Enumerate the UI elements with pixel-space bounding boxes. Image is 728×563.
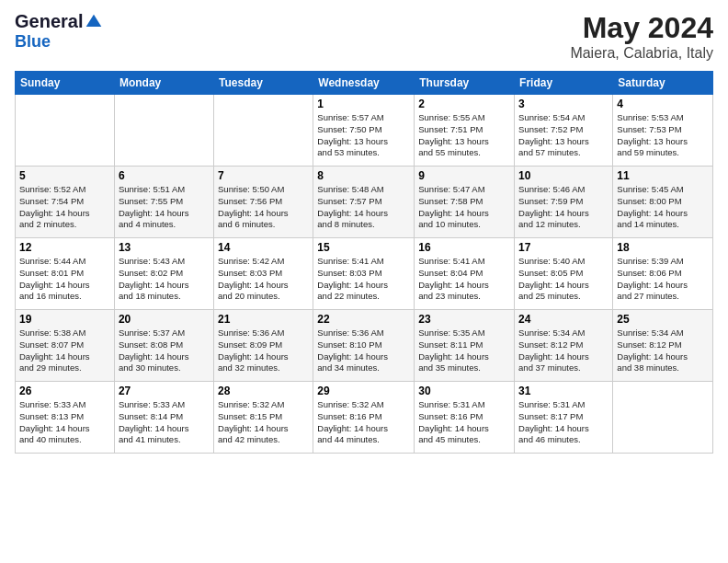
weekday-header-wednesday: Wednesday: [313, 72, 415, 95]
calendar-cell: 17Sunrise: 5:40 AMSunset: 8:05 PMDayligh…: [515, 238, 613, 310]
calendar-cell: 4Sunrise: 5:53 AMSunset: 7:53 PMDaylight…: [613, 95, 713, 167]
calendar-cell: 22Sunrise: 5:36 AMSunset: 8:10 PMDayligh…: [313, 310, 415, 382]
calendar-cell: 16Sunrise: 5:41 AMSunset: 8:04 PMDayligh…: [415, 238, 515, 310]
day-info: Sunrise: 5:55 AMSunset: 7:51 PMDaylight:…: [418, 112, 510, 159]
day-info: Sunrise: 5:35 AMSunset: 8:11 PMDaylight:…: [418, 327, 510, 374]
day-info: Sunrise: 5:48 AMSunset: 7:57 PMDaylight:…: [317, 184, 410, 231]
day-number: 7: [218, 169, 309, 182]
day-info: Sunrise: 5:36 AMSunset: 8:09 PMDaylight:…: [218, 327, 309, 374]
calendar-cell: 9Sunrise: 5:47 AMSunset: 7:58 PMDaylight…: [415, 167, 515, 238]
calendar-cell: 15Sunrise: 5:41 AMSunset: 8:03 PMDayligh…: [313, 238, 415, 310]
day-number: 11: [617, 169, 709, 182]
weekday-header-thursday: Thursday: [415, 72, 515, 95]
calendar-cell: 20Sunrise: 5:37 AMSunset: 8:08 PMDayligh…: [114, 310, 213, 382]
calendar-cell: 29Sunrise: 5:32 AMSunset: 8:16 PMDayligh…: [313, 382, 415, 454]
day-info: Sunrise: 5:43 AMSunset: 8:02 PMDaylight:…: [119, 256, 210, 303]
day-number: 20: [119, 313, 210, 326]
day-number: 19: [19, 313, 110, 326]
calendar-cell: 30Sunrise: 5:31 AMSunset: 8:16 PMDayligh…: [415, 382, 515, 454]
header: General Blue May 2024 Maiera, Calabria, …: [15, 11, 713, 62]
calendar-cell: 2Sunrise: 5:55 AMSunset: 7:51 PMDaylight…: [415, 95, 515, 167]
day-info: Sunrise: 5:52 AMSunset: 7:54 PMDaylight:…: [19, 184, 110, 231]
day-number: 12: [19, 241, 110, 254]
calendar-week-row: 12Sunrise: 5:44 AMSunset: 8:01 PMDayligh…: [16, 238, 713, 310]
day-info: Sunrise: 5:33 AMSunset: 8:13 PMDaylight:…: [19, 399, 110, 446]
day-info: Sunrise: 5:42 AMSunset: 8:03 PMDaylight:…: [218, 256, 309, 303]
day-number: 9: [418, 169, 510, 182]
calendar-table: SundayMondayTuesdayWednesdayThursdayFrid…: [15, 71, 713, 454]
calendar-cell: 10Sunrise: 5:46 AMSunset: 7:59 PMDayligh…: [515, 167, 613, 238]
day-number: 25: [617, 313, 709, 326]
calendar-cell: 13Sunrise: 5:43 AMSunset: 8:02 PMDayligh…: [114, 238, 213, 310]
calendar-cell: 14Sunrise: 5:42 AMSunset: 8:03 PMDayligh…: [214, 238, 313, 310]
weekday-header-monday: Monday: [114, 72, 213, 95]
calendar-header-row: SundayMondayTuesdayWednesdayThursdayFrid…: [16, 72, 713, 95]
day-info: Sunrise: 5:37 AMSunset: 8:08 PMDaylight:…: [119, 327, 210, 374]
location-subtitle: Maiera, Calabria, Italy: [570, 45, 713, 62]
day-info: Sunrise: 5:53 AMSunset: 7:53 PMDaylight:…: [617, 112, 709, 159]
calendar-cell: 12Sunrise: 5:44 AMSunset: 8:01 PMDayligh…: [16, 238, 115, 310]
day-info: Sunrise: 5:36 AMSunset: 8:10 PMDaylight:…: [317, 327, 410, 374]
logo-general: General: [15, 11, 83, 32]
day-info: Sunrise: 5:50 AMSunset: 7:56 PMDaylight:…: [218, 184, 309, 231]
calendar-week-row: 26Sunrise: 5:33 AMSunset: 8:13 PMDayligh…: [16, 382, 713, 454]
calendar-cell: 27Sunrise: 5:33 AMSunset: 8:14 PMDayligh…: [114, 382, 213, 454]
calendar-cell: [613, 382, 713, 454]
calendar-cell: [214, 95, 313, 167]
day-number: 31: [518, 385, 609, 397]
day-number: 15: [317, 241, 410, 254]
calendar-week-row: 5Sunrise: 5:52 AMSunset: 7:54 PMDaylight…: [16, 167, 713, 238]
calendar-cell: [16, 95, 115, 167]
calendar-cell: 5Sunrise: 5:52 AMSunset: 7:54 PMDaylight…: [16, 167, 115, 238]
calendar-cell: 1Sunrise: 5:57 AMSunset: 7:50 PMDaylight…: [313, 95, 415, 167]
day-number: 14: [218, 241, 309, 254]
day-number: 13: [119, 241, 210, 254]
calendar-cell: 31Sunrise: 5:31 AMSunset: 8:17 PMDayligh…: [515, 382, 613, 454]
day-info: Sunrise: 5:40 AMSunset: 8:05 PMDaylight:…: [518, 256, 609, 303]
day-info: Sunrise: 5:32 AMSunset: 8:16 PMDaylight:…: [317, 399, 410, 446]
calendar-week-row: 19Sunrise: 5:38 AMSunset: 8:07 PMDayligh…: [16, 310, 713, 382]
calendar-cell: 3Sunrise: 5:54 AMSunset: 7:52 PMDaylight…: [515, 95, 613, 167]
calendar-cell: 24Sunrise: 5:34 AMSunset: 8:12 PMDayligh…: [515, 310, 613, 382]
day-info: Sunrise: 5:41 AMSunset: 8:03 PMDaylight:…: [317, 256, 410, 303]
day-number: 8: [317, 169, 410, 182]
day-number: 28: [218, 385, 309, 397]
day-number: 3: [518, 98, 609, 110]
calendar-cell: 21Sunrise: 5:36 AMSunset: 8:09 PMDayligh…: [214, 310, 313, 382]
page-container: General Blue May 2024 Maiera, Calabria, …: [0, 0, 728, 461]
day-info: Sunrise: 5:34 AMSunset: 8:12 PMDaylight:…: [617, 327, 709, 374]
day-info: Sunrise: 5:34 AMSunset: 8:12 PMDaylight:…: [518, 327, 609, 374]
day-info: Sunrise: 5:57 AMSunset: 7:50 PMDaylight:…: [317, 112, 410, 159]
calendar-cell: 8Sunrise: 5:48 AMSunset: 7:57 PMDaylight…: [313, 167, 415, 238]
calendar-cell: 28Sunrise: 5:32 AMSunset: 8:15 PMDayligh…: [214, 382, 313, 454]
day-number: 23: [418, 313, 510, 326]
day-number: 4: [617, 98, 709, 110]
weekday-header-sunday: Sunday: [16, 72, 115, 95]
day-number: 6: [119, 169, 210, 182]
day-number: 27: [119, 385, 210, 397]
calendar-cell: 7Sunrise: 5:50 AMSunset: 7:56 PMDaylight…: [214, 167, 313, 238]
logo-icon: [85, 13, 103, 31]
day-number: 17: [518, 241, 609, 254]
day-info: Sunrise: 5:31 AMSunset: 8:16 PMDaylight:…: [418, 399, 510, 446]
day-info: Sunrise: 5:41 AMSunset: 8:04 PMDaylight:…: [418, 256, 510, 303]
day-info: Sunrise: 5:44 AMSunset: 8:01 PMDaylight:…: [19, 256, 110, 303]
title-block: May 2024 Maiera, Calabria, Italy: [570, 11, 713, 62]
day-number: 26: [19, 385, 110, 397]
calendar-cell: 18Sunrise: 5:39 AMSunset: 8:06 PMDayligh…: [613, 238, 713, 310]
day-number: 18: [617, 241, 709, 254]
day-info: Sunrise: 5:46 AMSunset: 7:59 PMDaylight:…: [518, 184, 609, 231]
day-number: 30: [418, 385, 510, 397]
day-info: Sunrise: 5:51 AMSunset: 7:55 PMDaylight:…: [119, 184, 210, 231]
day-number: 21: [218, 313, 309, 326]
calendar-cell: 25Sunrise: 5:34 AMSunset: 8:12 PMDayligh…: [613, 310, 713, 382]
day-info: Sunrise: 5:32 AMSunset: 8:15 PMDaylight:…: [218, 399, 309, 446]
day-info: Sunrise: 5:31 AMSunset: 8:17 PMDaylight:…: [518, 399, 609, 446]
calendar-week-row: 1Sunrise: 5:57 AMSunset: 7:50 PMDaylight…: [16, 95, 713, 167]
calendar-cell: 6Sunrise: 5:51 AMSunset: 7:55 PMDaylight…: [114, 167, 213, 238]
logo-blue: Blue: [15, 32, 51, 52]
day-number: 16: [418, 241, 510, 254]
weekday-header-tuesday: Tuesday: [214, 72, 313, 95]
day-info: Sunrise: 5:33 AMSunset: 8:14 PMDaylight:…: [119, 399, 210, 446]
day-number: 22: [317, 313, 410, 326]
